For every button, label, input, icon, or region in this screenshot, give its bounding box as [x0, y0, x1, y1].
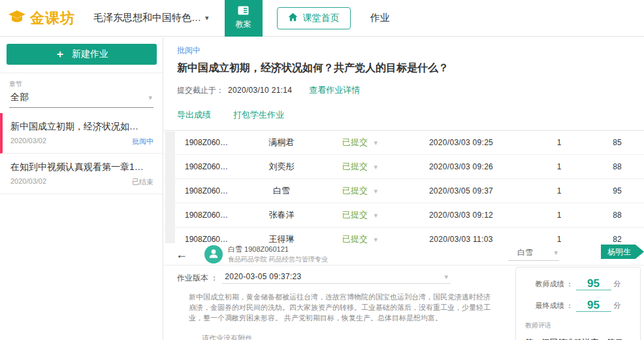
next-student-button[interactable]: 杨明生 [601, 245, 644, 259]
chevron-down-icon: ▾ [445, 273, 449, 281]
version-select[interactable]: 2020-03-05 09:37:23 ▾ [222, 272, 451, 284]
lesson-plan-button[interactable]: 教案 [225, 0, 263, 37]
homework-date: 2020/03/02 [10, 137, 46, 146]
user-icon [207, 246, 220, 262]
student-name-id: 白雪 1908Z060121 [228, 245, 328, 254]
brand-logo[interactable]: 金课坊 [8, 8, 75, 28]
submit-count: 1 [526, 186, 592, 196]
plus-icon: ＋ [55, 48, 65, 61]
student-select[interactable]: 白雪 ▾ [508, 246, 559, 261]
student-id: 1908Z060… [174, 186, 239, 196]
table-row[interactable]: 1908Z060… 刘奕彤 已提交 ▾ 2020/03/03 09:26 1 8… [164, 155, 644, 179]
deadline-value: 2020/03/10 21:14 [228, 86, 292, 95]
teacher-comment-text[interactable]: 第一问回答准确详实；第二问回答结合过度时期总路线，则更完备。 [525, 337, 631, 340]
student-name: 张春洋 [239, 209, 324, 221]
submit-count: 1 [526, 211, 592, 220]
student-name: 满桐君 [239, 137, 324, 148]
submit-status-dropdown[interactable]: 已提交 ▾ [324, 209, 396, 221]
score: 95 [592, 186, 643, 196]
chevron-down-icon: ▾ [148, 94, 152, 102]
teacher-score-label: 教师成绩 ： [535, 279, 573, 290]
table-row[interactable]: 1908Z060… 张春洋 已提交 ▾ 2020/03/03 09:12 1 8… [164, 203, 644, 228]
table-row[interactable]: 1908Z060… 白雪 已提交 ▾ 2020/03/05 09:37 1 95 [164, 179, 644, 203]
teacher-score-input[interactable]: 95 [576, 278, 611, 290]
submit-status-dropdown[interactable]: 已提交 ▾ [324, 137, 396, 148]
new-homework-button[interactable]: ＋ 新建作业 [7, 44, 157, 65]
submit-time: 2020/03/03 09:26 [396, 162, 526, 171]
course-title: 毛泽东思想和中国特色… [93, 12, 201, 24]
brand-name: 金课坊 [30, 8, 75, 28]
student-id: 1908Z060… [174, 138, 239, 147]
chevron-down-icon: ▾ [374, 211, 378, 219]
lesson-plan-label: 教案 [236, 19, 251, 30]
scrollbar[interactable] [165, 131, 175, 251]
chapter-select[interactable]: 全部 ▾ [9, 89, 153, 108]
back-arrow-icon[interactable]: ← [176, 248, 187, 260]
deadline-label: 提交截止于： [177, 85, 224, 96]
home-icon [288, 12, 298, 24]
score: 82 [592, 235, 643, 244]
new-homework-label: 新建作业 [72, 48, 108, 60]
sidebar-item-homework-2[interactable]: 在知到中视频认真观看第一章1… 2020/03/02 已结束 [0, 154, 163, 194]
teacher-comment-label: 教师评语 [525, 321, 631, 330]
submit-status-dropdown[interactable]: 已提交 ▾ [324, 161, 396, 173]
homework-status-badge: 批阅中 [132, 137, 153, 146]
graduation-cap-icon [8, 9, 26, 27]
chevron-down-icon: ▾ [205, 14, 209, 22]
student-id: 1908Z060… [174, 211, 239, 220]
score-unit: 分 [614, 301, 621, 312]
avatar [204, 245, 223, 264]
classroom-home-label: 课堂首页 [303, 12, 340, 24]
student-info: 白雪 1908Z060121 食品药品学院 药品经营与管理专业 [228, 245, 328, 264]
homework-header: 批阅中 新中国成立初期，经济状况如何？共产党人的目标是什么？ 提交截止于： 20… [164, 37, 644, 130]
student-answer-text: 新中国成立初期，黄金储备都被运往台湾，连故宫博物院的国宝也运到台湾，国民党溃逃时… [189, 292, 497, 323]
chapter-label: 章节 [9, 80, 153, 89]
submit-status-dropdown[interactable]: 已提交 ▾ [324, 185, 396, 197]
submit-time: 2020/03/03 09:25 [396, 138, 526, 147]
classroom-home-button[interactable]: 课堂首页 [277, 7, 351, 29]
submit-count: 1 [526, 235, 592, 244]
score: 88 [592, 162, 643, 171]
student-name: 白雪 [239, 185, 324, 197]
score: 88 [592, 211, 643, 220]
main-panel: 批阅中 新中国成立初期，经济状况如何？共产党人的目标是什么？ 提交截止于： 20… [164, 37, 644, 340]
tab-homework[interactable]: 作业 [370, 12, 390, 24]
sidebar: ＋ 新建作业 章节 全部 ▾ 新中国成立初期，经济状况如… 2020/03/02… [0, 37, 163, 340]
homework-title: 在知到中视频认真观看第一章1… [10, 162, 153, 173]
grade-box: 教师成绩 ： 95 分 最终成绩 ： 95 分 教师评语 第一问回答准确详实；第… [515, 267, 641, 340]
submit-time: 2020/03/03 11:03 [396, 235, 526, 244]
chevron-down-icon: ▾ [554, 248, 558, 257]
package-student-homework-link[interactable]: 打包学生作业 [233, 109, 284, 121]
sidebar-item-homework-1[interactable]: 新中国成立初期，经济状况如… 2020/03/02 批阅中 [0, 113, 163, 154]
final-score-label: 最终成绩 ： [535, 301, 573, 312]
score-unit: 分 [614, 279, 621, 290]
version-value: 2020-03-05 09:37:23 [225, 272, 301, 281]
course-selector[interactable]: 毛泽东思想和中国特色… ▾ [93, 12, 209, 24]
document-icon [238, 6, 249, 17]
page-title: 新中国成立初期，经济状况如何？共产党人的目标是什么？ [177, 61, 644, 75]
chapter-filter: 章节 全部 ▾ [0, 73, 163, 108]
student-id: 1908Z060… [174, 235, 239, 244]
submit-time: 2020/03/03 09:12 [396, 211, 526, 220]
top-bar: 金课坊 毛泽东思想和中国特色… ▾ 教案 课堂首页 [0, 0, 644, 37]
table-row[interactable]: 1908Z060… 满桐君 已提交 ▾ 2020/03/03 09:25 1 8… [164, 131, 644, 155]
student-id: 1908Z060… [174, 162, 239, 171]
status-badge: 批阅中 [177, 45, 644, 56]
submissions-table: 1908Z060… 满桐君 已提交 ▾ 2020/03/03 09:25 1 8… [164, 130, 644, 252]
homework-title: 新中国成立初期，经济状况如… [10, 121, 153, 133]
homework-date: 2020/03/02 [10, 177, 46, 187]
final-score-input[interactable]: 95 [576, 299, 611, 312]
view-homework-detail-link[interactable]: 查看作业详情 [309, 84, 360, 96]
version-label: 作业版本 ： [177, 273, 218, 284]
submit-count: 1 [526, 162, 592, 171]
submit-count: 1 [526, 138, 592, 147]
student-select-value: 白雪 [517, 247, 533, 258]
export-grades-link[interactable]: 导出成绩 [177, 109, 211, 121]
student-name: 刘奕彤 [239, 161, 324, 173]
chapter-select-value: 全部 [10, 92, 29, 103]
chevron-down-icon: ▾ [374, 139, 378, 146]
app-window: 金课坊 毛泽东思想和中国特色… ▾ 教案 课堂首页 [0, 0, 644, 340]
score: 85 [592, 138, 643, 147]
chevron-down-icon: ▾ [374, 187, 378, 195]
student-department: 食品药品学院 药品经营与管理专业 [228, 255, 328, 264]
